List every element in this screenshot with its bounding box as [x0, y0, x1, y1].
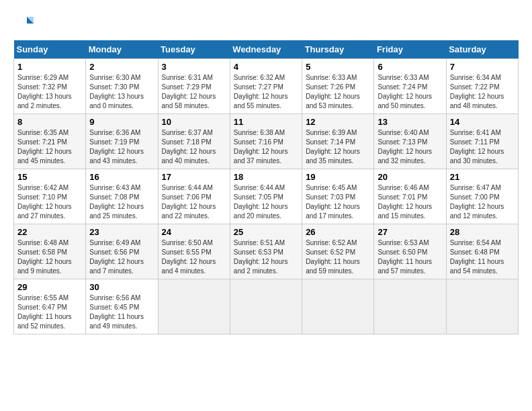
calendar-cell: 17Sunrise: 6:44 AMSunset: 7:06 PMDayligh…	[158, 169, 230, 224]
day-number: 2	[89, 62, 154, 72]
calendar-body: 1Sunrise: 6:29 AMSunset: 7:32 PMDaylight…	[14, 59, 519, 334]
calendar-cell	[302, 279, 374, 334]
sunset-time: Sunset: 6:52 PM	[306, 248, 355, 256]
sunset-time: Sunset: 7:06 PM	[162, 193, 212, 201]
sunrise-time: Sunrise: 6:34 AM	[450, 74, 501, 81]
day-number: 26	[306, 227, 370, 237]
day-info: Sunrise: 6:56 AMSunset: 6:45 PMDaylight:…	[89, 293, 154, 331]
calendar-cell: 18Sunrise: 6:44 AMSunset: 7:05 PMDayligh…	[230, 169, 302, 224]
day-info: Sunrise: 6:41 AMSunset: 7:11 PMDaylight:…	[450, 128, 515, 166]
sunset-time: Sunset: 7:01 PM	[378, 193, 427, 201]
calendar-cell: 22Sunrise: 6:48 AMSunset: 6:58 PMDayligh…	[14, 224, 86, 279]
sunrise-time: Sunrise: 6:32 AM	[234, 74, 285, 81]
calendar-cell: 27Sunrise: 6:53 AMSunset: 6:50 PMDayligh…	[374, 224, 446, 279]
sunrise-time: Sunrise: 6:33 AM	[378, 74, 429, 81]
calendar-cell: 6Sunrise: 6:33 AMSunset: 7:24 PMDaylight…	[374, 59, 446, 114]
calendar-cell: 28Sunrise: 6:54 AMSunset: 6:48 PMDayligh…	[446, 224, 518, 279]
calendar-cell: 21Sunrise: 6:47 AMSunset: 7:00 PMDayligh…	[446, 169, 518, 224]
day-info: Sunrise: 6:44 AMSunset: 7:06 PMDaylight:…	[162, 183, 226, 221]
day-info: Sunrise: 6:39 AMSunset: 7:14 PMDaylight:…	[306, 128, 370, 166]
sunset-time: Sunset: 7:22 PM	[450, 83, 500, 91]
sunset-time: Sunset: 7:16 PM	[234, 138, 283, 146]
day-info: Sunrise: 6:45 AMSunset: 7:03 PMDaylight:…	[306, 183, 370, 221]
sunrise-time: Sunrise: 6:36 AM	[89, 129, 140, 136]
day-number: 10	[162, 117, 226, 127]
day-info: Sunrise: 6:35 AMSunset: 7:21 PMDaylight:…	[17, 128, 82, 166]
sunset-time: Sunset: 7:10 PM	[17, 193, 67, 201]
daylight-label: Daylight: 12 hours and 22 minutes.	[162, 203, 216, 220]
sunrise-time: Sunrise: 6:30 AM	[89, 74, 140, 81]
day-info: Sunrise: 6:52 AMSunset: 6:52 PMDaylight:…	[306, 238, 370, 276]
calendar-cell: 30Sunrise: 6:56 AMSunset: 6:45 PMDayligh…	[86, 279, 158, 334]
day-info: Sunrise: 6:47 AMSunset: 7:00 PMDaylight:…	[450, 183, 515, 221]
sunset-time: Sunset: 7:03 PM	[306, 193, 355, 201]
day-number: 22	[17, 227, 82, 237]
day-info: Sunrise: 6:55 AMSunset: 6:47 PMDaylight:…	[17, 293, 82, 331]
day-info: Sunrise: 6:33 AMSunset: 7:24 PMDaylight:…	[378, 73, 442, 111]
sunset-time: Sunset: 7:21 PM	[17, 138, 67, 146]
calendar-cell: 4Sunrise: 6:32 AMSunset: 7:27 PMDaylight…	[230, 59, 302, 114]
weekday-header-sunday: Sunday	[14, 40, 86, 59]
sunset-time: Sunset: 6:45 PM	[89, 304, 139, 311]
calendar-cell: 15Sunrise: 6:42 AMSunset: 7:10 PMDayligh…	[14, 169, 86, 224]
sunset-time: Sunset: 7:26 PM	[306, 83, 355, 91]
sunrise-time: Sunrise: 6:42 AM	[17, 184, 69, 191]
sunrise-time: Sunrise: 6:50 AM	[162, 239, 213, 246]
sunrise-time: Sunrise: 6:47 AM	[450, 184, 501, 191]
day-number: 4	[234, 62, 298, 72]
calendar-table: SundayMondayTuesdayWednesdayThursdayFrid…	[13, 40, 519, 334]
daylight-label: Daylight: 12 hours and 20 minutes.	[234, 203, 288, 220]
calendar-cell: 12Sunrise: 6:39 AMSunset: 7:14 PMDayligh…	[302, 114, 374, 169]
daylight-label: Daylight: 12 hours and 48 minutes.	[450, 93, 504, 109]
sunrise-time: Sunrise: 6:33 AM	[306, 74, 357, 81]
weekday-header-monday: Monday	[86, 40, 158, 59]
calendar-cell: 20Sunrise: 6:46 AMSunset: 7:01 PMDayligh…	[374, 169, 446, 224]
day-number: 29	[17, 282, 82, 292]
sunset-time: Sunset: 7:14 PM	[306, 138, 355, 146]
day-number: 24	[162, 227, 226, 237]
calendar-cell: 10Sunrise: 6:37 AMSunset: 7:18 PMDayligh…	[158, 114, 230, 169]
calendar-week-row: 8Sunrise: 6:35 AMSunset: 7:21 PMDaylight…	[14, 114, 519, 169]
calendar-cell: 8Sunrise: 6:35 AMSunset: 7:21 PMDaylight…	[14, 114, 86, 169]
daylight-label: Daylight: 11 hours and 54 minutes.	[450, 258, 504, 275]
sunset-time: Sunset: 7:32 PM	[17, 83, 67, 91]
calendar-week-row: 15Sunrise: 6:42 AMSunset: 7:10 PMDayligh…	[14, 169, 519, 224]
daylight-label: Daylight: 12 hours and 43 minutes.	[89, 148, 144, 165]
logo-icon	[13, 13, 34, 34]
calendar-cell: 26Sunrise: 6:52 AMSunset: 6:52 PMDayligh…	[302, 224, 374, 279]
sunset-time: Sunset: 7:29 PM	[162, 83, 212, 91]
sunrise-time: Sunrise: 6:49 AM	[89, 239, 140, 246]
day-info: Sunrise: 6:46 AMSunset: 7:01 PMDaylight:…	[378, 183, 442, 221]
day-info: Sunrise: 6:43 AMSunset: 7:08 PMDaylight:…	[89, 183, 154, 221]
day-number: 13	[378, 117, 442, 127]
day-number: 1	[17, 62, 82, 72]
daylight-label: Daylight: 12 hours and 45 minutes.	[17, 148, 72, 165]
page-header	[13, 13, 519, 34]
sunrise-time: Sunrise: 6:37 AM	[162, 129, 213, 136]
calendar-cell	[446, 279, 518, 334]
calendar-cell: 16Sunrise: 6:43 AMSunset: 7:08 PMDayligh…	[86, 169, 158, 224]
day-number: 27	[378, 227, 442, 237]
calendar-cell: 13Sunrise: 6:40 AMSunset: 7:13 PMDayligh…	[374, 114, 446, 169]
calendar-cell: 19Sunrise: 6:45 AMSunset: 7:03 PMDayligh…	[302, 169, 374, 224]
day-number: 18	[234, 172, 298, 182]
calendar-week-row: 1Sunrise: 6:29 AMSunset: 7:32 PMDaylight…	[14, 59, 519, 114]
day-info: Sunrise: 6:48 AMSunset: 6:58 PMDaylight:…	[17, 238, 82, 276]
sunrise-time: Sunrise: 6:53 AM	[378, 239, 429, 246]
sunrise-time: Sunrise: 6:56 AM	[89, 294, 140, 302]
weekday-header-thursday: Thursday	[302, 40, 374, 59]
sunset-time: Sunset: 7:27 PM	[234, 83, 283, 91]
daylight-label: Daylight: 12 hours and 30 minutes.	[450, 148, 504, 165]
day-info: Sunrise: 6:54 AMSunset: 6:48 PMDaylight:…	[450, 238, 515, 276]
daylight-label: Daylight: 12 hours and 55 minutes.	[234, 93, 288, 109]
daylight-label: Daylight: 13 hours and 2 minutes.	[17, 93, 72, 109]
day-number: 11	[234, 117, 298, 127]
sunset-time: Sunset: 7:05 PM	[234, 193, 283, 201]
day-info: Sunrise: 6:40 AMSunset: 7:13 PMDaylight:…	[378, 128, 442, 166]
sunset-time: Sunset: 7:30 PM	[89, 83, 139, 91]
calendar-cell: 1Sunrise: 6:29 AMSunset: 7:32 PMDaylight…	[14, 59, 86, 114]
day-number: 9	[89, 117, 154, 127]
daylight-label: Daylight: 12 hours and 53 minutes.	[306, 93, 360, 109]
sunset-time: Sunset: 6:58 PM	[17, 248, 67, 256]
day-number: 30	[89, 282, 154, 292]
